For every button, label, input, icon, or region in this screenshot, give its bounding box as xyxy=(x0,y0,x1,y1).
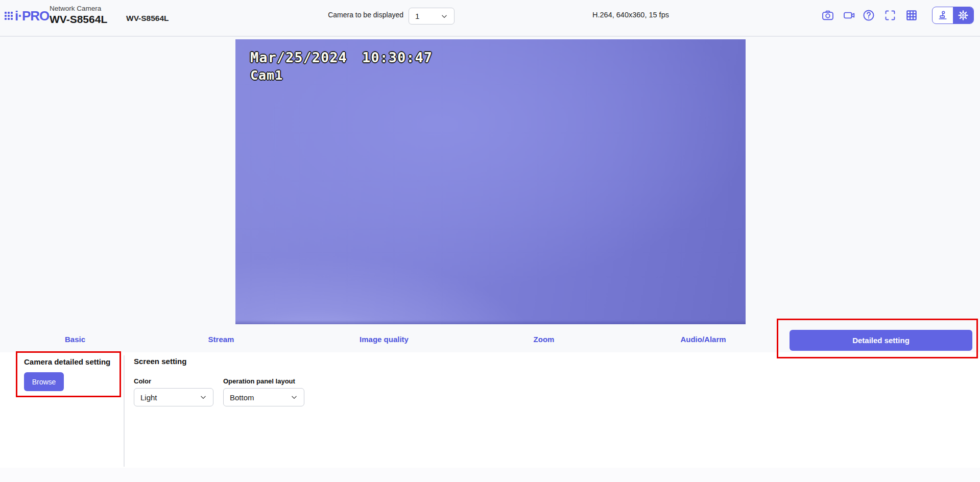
camera-web-ui: i·PRO Network Camera WV-S8564L WV-S8564L… xyxy=(0,0,980,482)
stream-info: H.264, 640x360, 15 fps xyxy=(592,11,669,19)
chevron-down-icon xyxy=(291,394,298,401)
panel-divider xyxy=(124,355,125,467)
tab-stream[interactable]: Stream xyxy=(208,335,234,344)
tab-zoom[interactable]: Zoom xyxy=(534,335,555,344)
operation-panel-layout-value: Bottom xyxy=(230,393,254,402)
settings-gear-icon[interactable] xyxy=(953,7,973,23)
camera-select-value: 1 xyxy=(415,12,419,20)
tab-audio-alarm[interactable]: Audio/Alarm xyxy=(680,335,726,344)
mode-toggle xyxy=(932,7,974,24)
help-icon[interactable] xyxy=(862,9,875,22)
annotation-box-detailed-setting: Detailed setting xyxy=(777,319,978,358)
detailed-setting-button[interactable]: Detailed setting xyxy=(790,330,972,351)
annotation-box-camera-detailed-setting: Camera detailed setting Browse xyxy=(16,351,121,397)
screen-setting-title: Screen setting xyxy=(134,357,186,366)
operation-panel-layout-label: Operation panel layout xyxy=(223,377,295,385)
chevron-down-icon xyxy=(200,394,207,401)
browse-button[interactable]: Browse xyxy=(24,372,64,391)
camera-select-label: Camera to be displayed xyxy=(316,11,403,19)
camera-select[interactable]: 1 xyxy=(409,8,455,25)
device-type-label: Network Camera xyxy=(50,5,101,12)
ipro-logo-mark-icon xyxy=(5,12,13,20)
footer-band xyxy=(0,468,980,482)
tab-basic[interactable]: Basic xyxy=(65,335,85,344)
control-joystick-icon[interactable] xyxy=(933,7,953,23)
camera-detailed-setting-title: Camera detailed setting xyxy=(24,357,110,366)
camera-title: WV-S8564L xyxy=(126,14,169,23)
video-stream-icon[interactable] xyxy=(843,9,856,22)
video-feed[interactable]: Mar/25/2024 10:30:47 Cam1 xyxy=(235,39,746,324)
fullscreen-icon[interactable] xyxy=(883,9,897,22)
device-model-title: WV-S8564L xyxy=(50,13,107,26)
osd-camera-label: Cam1 xyxy=(250,68,283,83)
settings-content xyxy=(0,352,980,482)
app-header: i·PRO Network Camera WV-S8564L WV-S8564L… xyxy=(0,0,980,37)
ipro-logo: i·PRO xyxy=(15,8,49,24)
color-label: Color xyxy=(134,377,151,385)
tab-image-quality[interactable]: Image quality xyxy=(360,335,409,344)
color-select[interactable]: Light xyxy=(134,388,213,406)
chevron-down-icon xyxy=(441,13,448,20)
osd-timestamp: Mar/25/2024 10:30:47 xyxy=(250,50,433,65)
operation-panel-layout-select[interactable]: Bottom xyxy=(223,388,304,406)
color-select-value: Light xyxy=(140,393,157,402)
grid-view-icon[interactable] xyxy=(905,9,918,22)
snapshot-camera-icon[interactable] xyxy=(821,9,834,22)
